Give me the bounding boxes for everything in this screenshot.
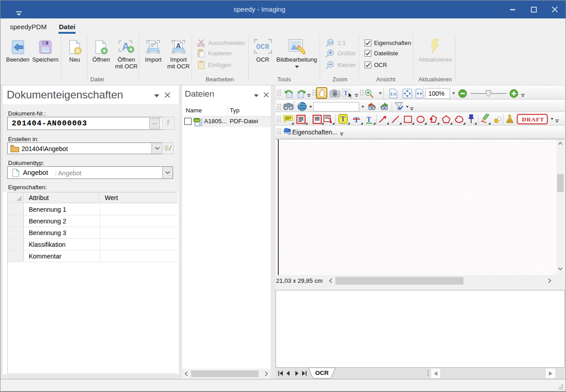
svg-text:T: T — [366, 116, 371, 123]
svg-text:1:1: 1:1 — [390, 92, 396, 96]
svg-text:T: T — [354, 116, 359, 124]
svg-text:T: T — [341, 115, 346, 123]
svg-text:DRAFT: DRAFT — [522, 116, 544, 123]
svg-text:PDF: PDF — [195, 119, 200, 122]
svg-text:1:1: 1:1 — [329, 41, 333, 44]
svg-text:T: T — [343, 89, 348, 97]
svg-text:OCR: OCR — [256, 43, 269, 51]
